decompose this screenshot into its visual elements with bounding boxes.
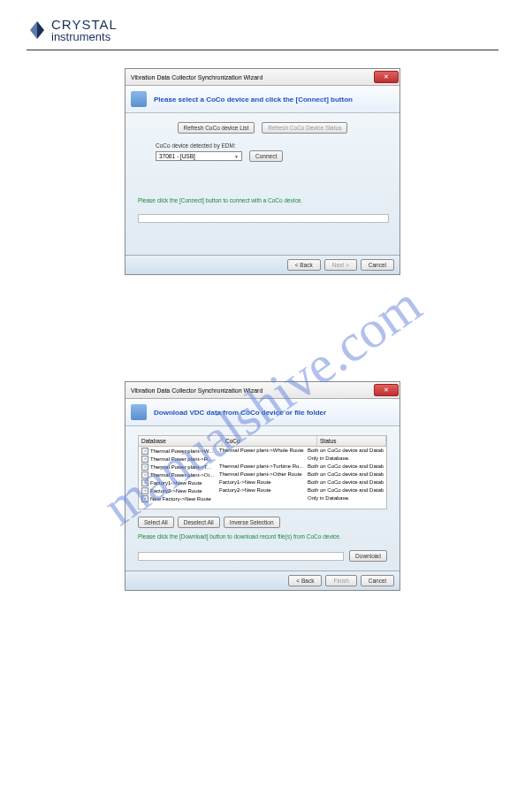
wizard-title: Please select a CoCo device and click th… — [154, 96, 353, 103]
cancel-button[interactable]: Cancel — [361, 259, 394, 271]
close-icon: ✕ — [384, 387, 389, 394]
table-row[interactable]: ✓Thermal Power plant->W...Thermal Power … — [139, 447, 386, 455]
cell-coco — [219, 494, 308, 502]
progress-bar — [138, 214, 389, 223]
device-value: 37081 - [USB] — [159, 153, 195, 159]
cancel-button[interactable]: Cancel — [361, 575, 394, 586]
row-checkbox[interactable]: ✓ — [141, 471, 148, 479]
wizard-header: Please select a CoCo device and click th… — [126, 86, 399, 113]
cell-database: Factory2->New Route — [150, 488, 202, 494]
back-button[interactable]: < Back — [287, 259, 321, 271]
window-title: Vibration Data Collector Synchronization… — [131, 74, 262, 80]
chevron-down-icon: ▼ — [234, 154, 239, 159]
close-button[interactable]: ✕ — [374, 384, 399, 396]
wizard-header: Download VDC data from CoCo device or fi… — [126, 399, 399, 426]
cell-status: Both on CoCo device and Database. — [308, 463, 384, 471]
cell-database: Thermal Power plant->Ot... — [150, 472, 214, 478]
table-row[interactable]: ✓Thermal Power plant->Ot...Thermal Power… — [139, 471, 386, 479]
cell-coco: Factory2->New Route — [219, 486, 308, 494]
table-row[interactable]: ✓Factory1->New RouteFactory1->New RouteB… — [139, 479, 386, 486]
row-checkbox[interactable]: ✓ — [141, 463, 148, 471]
cell-status: Both on CoCo device and Database. — [308, 447, 384, 455]
titlebar[interactable]: Vibration Data Collector Synchronization… — [126, 69, 399, 86]
close-icon: ✕ — [384, 73, 389, 80]
logo-diamond-icon — [27, 19, 48, 41]
deselect-all-button[interactable]: Deselect All — [178, 517, 220, 528]
header-divider — [27, 50, 498, 50]
cell-database: Thermal Power plant->T... — [150, 464, 211, 470]
cell-status: Only in Database. — [308, 494, 384, 502]
cell-coco: Thermal Power plant->Turbine Ro... — [219, 463, 308, 471]
table-row[interactable]: ✓Thermal Power plant->R...Only in Databa… — [139, 455, 386, 463]
cell-coco: Thermal Power plant->Whole Route — [219, 447, 308, 455]
table-row[interactable]: ✓New Factory->New RouteOnly in Database. — [139, 494, 386, 502]
cell-coco: Factory1->New Route — [219, 479, 308, 486]
col-coco[interactable]: CoCo — [223, 436, 317, 446]
select-all-button[interactable]: Select All — [138, 517, 174, 528]
download-hint: Please click the [Download] button to do… — [138, 533, 387, 540]
table-body: ✓Thermal Power plant->W...Thermal Power … — [138, 447, 387, 509]
close-button[interactable]: ✕ — [374, 71, 399, 83]
cell-status: Both on CoCo device and Database. — [308, 479, 384, 486]
col-status[interactable]: Status — [317, 436, 386, 446]
logo-top-text: CRYSTAL — [51, 18, 118, 31]
cell-database: Factory1->New Route — [150, 480, 202, 486]
cell-database: Thermal Power plant->W... — [150, 448, 213, 454]
finish-button[interactable]: Finish — [325, 575, 356, 586]
sync-wizard-connect-dialog: Vibration Data Collector Synchronization… — [125, 68, 400, 275]
cell-status: Only in Database. — [308, 455, 384, 463]
back-button[interactable]: < Back — [288, 575, 322, 586]
cell-database: Thermal Power plant->R... — [150, 456, 212, 462]
titlebar[interactable]: Vibration Data Collector Synchronization… — [126, 382, 399, 399]
table-row[interactable]: ✓Thermal Power plant->T...Thermal Power … — [139, 463, 386, 471]
refresh-device-status-button[interactable]: Refresh CoCo Device Status — [262, 122, 347, 134]
cell-status: Both on CoCo device and Database. — [308, 486, 384, 494]
progress-bar — [138, 552, 344, 561]
cell-status: Both on CoCo device and Database. — [308, 471, 384, 479]
row-checkbox[interactable]: ✓ — [141, 487, 148, 494]
logo-bottom-text: instruments — [51, 31, 118, 42]
cell-coco: Thermal Power plant->Other Route — [219, 471, 308, 479]
inverse-selection-button[interactable]: Inverse Selection — [224, 517, 280, 528]
row-checkbox[interactable]: ✓ — [141, 495, 148, 502]
table-row[interactable]: ✓Factory2->New RouteFactory2->New RouteB… — [139, 486, 386, 494]
window-title: Vibration Data Collector Synchronization… — [131, 387, 262, 394]
table-header: Database CoCo Status — [138, 435, 387, 447]
sync-wizard-download-dialog: Vibration Data Collector Synchronization… — [125, 381, 400, 591]
connect-hint: Please click the [Connect] button to con… — [138, 197, 387, 203]
logo: CRYSTAL instruments — [27, 18, 498, 42]
cell-database: New Factory->New Route — [150, 496, 211, 502]
row-checkbox[interactable]: ✓ — [141, 479, 148, 486]
cell-coco — [219, 455, 308, 463]
wizard-icon — [131, 91, 147, 107]
row-checkbox[interactable]: ✓ — [141, 456, 148, 463]
col-database[interactable]: Database — [139, 436, 223, 446]
next-button[interactable]: Next > — [324, 259, 357, 271]
device-dropdown[interactable]: 37081 - [USB] ▼ — [156, 151, 242, 161]
detected-label: CoCo device detected by EDM: — [156, 142, 387, 149]
wizard-title: Download VDC data from CoCo device or fi… — [154, 409, 326, 417]
refresh-device-list-button[interactable]: Refresh CoCo device List — [178, 122, 255, 134]
download-button[interactable]: Download — [349, 550, 387, 562]
wizard-icon — [131, 404, 147, 420]
connect-button[interactable]: Connect — [249, 150, 283, 162]
row-checkbox[interactable]: ✓ — [141, 448, 148, 455]
